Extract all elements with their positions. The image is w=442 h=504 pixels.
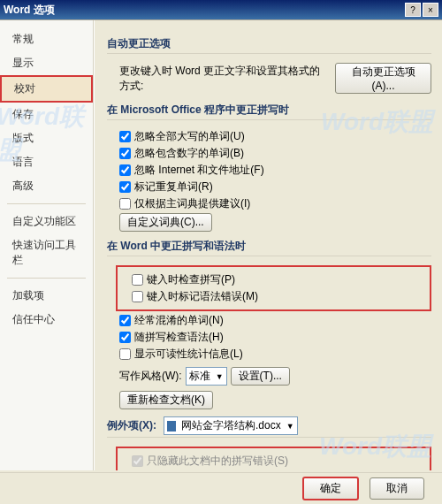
word-hl-opt-label-0: 键入时检查拼写(P) <box>147 272 235 287</box>
word-opt-row-1: 随拼写检查语法(H) <box>119 330 431 345</box>
office-opt-checkbox-2[interactable] <box>119 164 131 176</box>
close-button[interactable]: × <box>423 3 438 17</box>
chevron-down-icon: ▼ <box>286 422 294 431</box>
section-word-title: 在 Word 中更正拼写和语法时 <box>107 239 431 256</box>
sidebar-item-11[interactable]: 加载项 <box>0 284 93 308</box>
cancel-button[interactable]: 取消 <box>370 477 424 500</box>
writing-style-label: 写作风格(W): <box>119 369 182 384</box>
office-opt-row-3: 标记重复单词(R) <box>119 179 431 195</box>
sidebar-item-1[interactable]: 显示 <box>0 51 93 75</box>
office-opt-checkbox-3[interactable] <box>119 181 131 193</box>
office-opt-label-1: 忽略包含数字的单词(B) <box>134 146 244 161</box>
word-opt-checkbox-2[interactable] <box>119 348 131 360</box>
help-button[interactable]: ? <box>405 3 421 17</box>
sidebar-item-2[interactable]: 校对 <box>0 75 93 103</box>
office-opt-label-2: 忽略 Internet 和文件地址(F) <box>134 163 264 178</box>
word-opt-label-2: 显示可读性统计信息(L) <box>134 347 243 362</box>
office-opt-row-0: 忽略全部大写的单词(U) <box>119 129 431 144</box>
sidebar-divider <box>7 203 86 204</box>
word-opt-label-0: 经常混淆的单词(N) <box>134 313 224 328</box>
sidebar: Word联盟 常规显示校对保存版式语言高级自定义功能区快速访问工具栏加载项信任中… <box>0 20 94 470</box>
word-hl-opt-checkbox-1[interactable] <box>132 291 143 302</box>
sidebar-item-12[interactable]: 信任中心 <box>0 308 93 332</box>
custom-dict-button[interactable]: 自定义词典(C)... <box>119 213 212 232</box>
window-title: Word 选项 <box>4 3 55 18</box>
word-opt-label-1: 随拼写检查语法(H) <box>134 330 224 345</box>
word-opt-checkbox-1[interactable] <box>119 332 131 343</box>
settings-button[interactable]: 设置(T)... <box>231 367 290 386</box>
word-hl-opt-checkbox-0[interactable] <box>132 274 143 286</box>
autocorrect-options-button[interactable]: 自动更正选项(A)... <box>335 63 431 94</box>
highlighted-exceptions-box: 只隐藏此文档中的拼写错误(S)只隐藏此文档中的语法错误(D) <box>116 447 431 470</box>
word-hl-opt-label-1: 键入时标记语法错误(M) <box>147 289 258 304</box>
sidebar-divider <box>7 278 86 279</box>
content-panel: Word联盟 自动更正选项 更改键入时 Word 更正文字和设置其格式的方式: … <box>94 20 442 470</box>
exceptions-doc-select[interactable]: 网站金字塔结构.docx ▼ <box>164 416 298 435</box>
office-opt-label-4: 仅根据主词典提供建议(I) <box>134 196 250 211</box>
sidebar-item-5[interactable]: 语言 <box>0 150 93 174</box>
ok-button[interactable]: 确定 <box>302 477 359 500</box>
word-hl-opt-row-0: 键入时检查拼写(P) <box>132 272 428 287</box>
exc-opt-label-0: 只隐藏此文档中的拼写错误(S) <box>147 454 288 469</box>
section-exceptions: 例外项(X): 网站金字塔结构.docx ▼ <box>107 416 431 438</box>
doc-icon <box>167 421 176 431</box>
highlighted-spellcheck-box: 键入时检查拼写(P)键入时标记语法错误(M) <box>116 265 431 311</box>
sidebar-item-3[interactable]: 保存 <box>0 103 93 126</box>
titlebar-buttons: ? × <box>405 3 438 17</box>
dialog-footer: 确定 取消 <box>0 472 442 504</box>
word-opt-checkbox-0[interactable] <box>119 315 131 326</box>
office-opt-row-1: 忽略包含数字的单词(B) <box>119 146 431 161</box>
sidebar-item-6[interactable]: 高级 <box>0 174 93 198</box>
autocorrect-desc: 更改键入时 Word 更正文字和设置其格式的方式: <box>119 64 328 94</box>
sidebar-item-0[interactable]: 常规 <box>0 27 93 51</box>
exc-opt-row-0: 只隐藏此文档中的拼写错误(S) <box>132 454 428 469</box>
sidebar-item-8[interactable]: 自定义功能区 <box>0 210 93 233</box>
office-opt-label-3: 标记重复单词(R) <box>134 179 213 195</box>
office-opt-checkbox-0[interactable] <box>119 131 131 142</box>
office-opt-label-0: 忽略全部大写的单词(U) <box>134 129 245 144</box>
writing-style-select[interactable]: 标准 ▼ <box>186 367 227 386</box>
section-autocorrect-title: 自动更正选项 <box>107 36 431 54</box>
office-opt-checkbox-4[interactable] <box>119 198 131 210</box>
chevron-down-icon: ▼ <box>216 372 224 381</box>
office-opt-checkbox-1[interactable] <box>119 148 131 159</box>
word-opt-row-2: 显示可读性统计信息(L) <box>119 347 431 362</box>
office-opt-row-4: 仅根据主词典提供建议(I) <box>119 196 431 211</box>
recheck-doc-button[interactable]: 重新检查文档(K) <box>119 391 213 409</box>
word-hl-opt-row-1: 键入时标记语法错误(M) <box>132 289 428 304</box>
sidebar-item-4[interactable]: 版式 <box>0 126 93 150</box>
exceptions-label: 例外项(X): <box>107 418 156 433</box>
exceptions-doc-value: 网站金字塔结构.docx <box>181 418 281 433</box>
writing-style-value: 标准 <box>189 369 210 384</box>
exc-opt-checkbox-0[interactable] <box>132 455 143 467</box>
office-opt-row-2: 忽略 Internet 和文件地址(F) <box>119 163 431 178</box>
word-opt-row-0: 经常混淆的单词(N) <box>119 313 431 328</box>
section-office-title: 在 Microsoft Office 程序中更正拼写时 <box>107 103 431 120</box>
main-panel: Word联盟 常规显示校对保存版式语言高级自定义功能区快速访问工具栏加载项信任中… <box>0 19 442 470</box>
titlebar: Word 选项 ? × <box>0 0 442 19</box>
sidebar-item-9[interactable]: 快速访问工具栏 <box>0 233 93 272</box>
